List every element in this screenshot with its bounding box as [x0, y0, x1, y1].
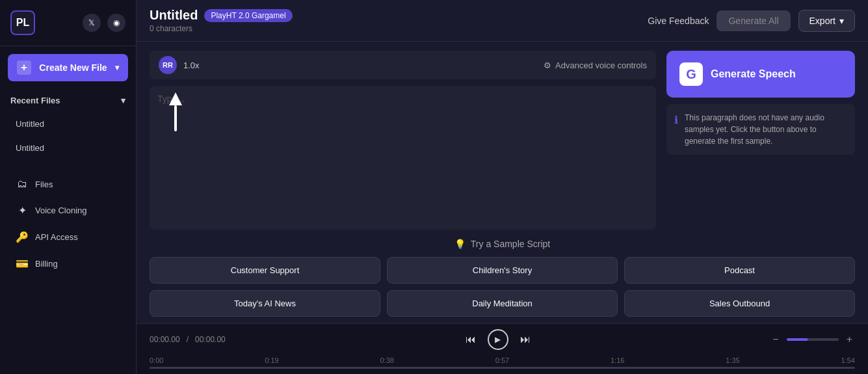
char-count: 0 characters: [150, 24, 293, 33]
social-links: 𝕏 ◉: [83, 14, 125, 32]
topbar-right: Give Feedback Generate All Export ▾: [648, 10, 855, 32]
sidebar-item-files[interactable]: 🗂 Files: [5, 172, 131, 196]
generate-all-button[interactable]: Generate All: [717, 10, 790, 31]
sidebar-file-item-2[interactable]: Untitled: [5, 137, 131, 159]
sample-customer-support[interactable]: Customer Support: [150, 257, 380, 284]
sliders-icon: ⚙: [544, 60, 551, 70]
voice-badge: PlayHT 2.0 Gargamel: [204, 9, 292, 22]
player-time-current: 00:00.00: [150, 335, 180, 344]
editor-right: G Generate Speech ℹ This paragraph does …: [666, 51, 855, 230]
recent-files-header[interactable]: Recent Files ▾: [0, 89, 136, 112]
sample-podcast[interactable]: Podcast: [624, 257, 855, 284]
give-feedback-button[interactable]: Give Feedback: [648, 16, 709, 26]
player-time-sep: /: [187, 335, 189, 344]
main-content: Untitled PlayHT 2.0 Gargamel 0 character…: [137, 0, 868, 374]
create-new-label: Create New File: [39, 62, 107, 73]
discord-icon[interactable]: ◉: [107, 14, 125, 32]
advanced-voice-controls[interactable]: ⚙ Advanced voice controls: [544, 60, 647, 70]
topbar-left: Untitled PlayHT 2.0 Gargamel 0 character…: [150, 8, 293, 33]
api-key-icon: 🔑: [16, 231, 29, 243]
sample-ai-news[interactable]: Today's AI News: [150, 290, 380, 317]
voice-controls-bar: RR 1.0x ⚙ Advanced voice controls: [150, 51, 656, 79]
create-new-button[interactable]: + Create New File ▾: [8, 54, 128, 81]
sidebar-item-api-access[interactable]: 🔑 API Access: [5, 224, 131, 250]
play-button[interactable]: ▶: [488, 329, 508, 350]
page-title: Untitled: [150, 8, 198, 23]
twitter-icon[interactable]: 𝕏: [83, 14, 101, 32]
topbar: Untitled PlayHT 2.0 Gargamel 0 character…: [137, 0, 868, 42]
voice-cloning-icon: ✦: [16, 204, 29, 217]
player-time: 00:00.00 / 00:00.00: [150, 335, 226, 344]
title-row: Untitled PlayHT 2.0 Gargamel: [150, 8, 293, 23]
sample-sales-outbound[interactable]: Sales Outbound: [624, 290, 855, 317]
info-icon: ℹ: [674, 113, 678, 147]
export-button[interactable]: Export ▾: [798, 10, 855, 32]
plus-icon: +: [17, 60, 31, 75]
text-area-wrapper: Type...: [150, 86, 656, 230]
sample-scripts-title: 💡 Try a Sample Script: [150, 239, 855, 249]
files-icon: 🗂: [16, 178, 29, 190]
logo: PL: [10, 10, 35, 35]
player-controls: 00:00.00 / 00:00.00 ⏮ ▶ ⏭ − +: [150, 329, 855, 350]
zoom-out-icon[interactable]: −: [770, 334, 781, 345]
sidebar-nav: 🗂 Files ✦ Voice Cloning 🔑 API Access 💳 B…: [0, 170, 136, 374]
timeline-bar[interactable]: [150, 367, 855, 369]
timeline-labels: 0:00 0:19 0:38 0:57 1:16 1:35 1:54: [150, 354, 855, 367]
sample-childrens-story[interactable]: Children's Story: [387, 257, 618, 284]
script-textarea[interactable]: [150, 86, 656, 230]
player-volume: − +: [770, 334, 855, 345]
lightbulb-icon: 💡: [454, 239, 466, 249]
skip-back-button[interactable]: ⏮: [463, 331, 479, 348]
recent-files-chevron-icon: ▾: [121, 96, 125, 105]
sidebar-header: PL 𝕏 ◉: [0, 0, 136, 46]
sidebar-item-voice-cloning[interactable]: ✦ Voice Cloning: [5, 198, 131, 223]
sample-daily-meditation[interactable]: Daily Meditation: [387, 290, 618, 317]
voice-avatar: RR: [159, 56, 177, 74]
player-center-controls: ⏮ ▶ ⏭: [463, 329, 533, 350]
editor-area: Change voice RR 1.0x ⚙ Advanced voice co…: [137, 42, 868, 239]
chevron-down-icon: ▾: [115, 63, 119, 72]
player-time-total: 00:00.00: [195, 335, 226, 344]
info-box: ℹ This paragraph does not have any audio…: [666, 104, 855, 155]
export-chevron-icon: ▾: [839, 16, 844, 26]
sample-scripts-section: 💡 Try a Sample Script Customer Support C…: [137, 239, 868, 323]
sidebar-item-billing[interactable]: 💳 Billing: [5, 251, 131, 276]
sidebar-file-item-1[interactable]: Untitled: [5, 113, 131, 135]
billing-icon: 💳: [16, 258, 29, 270]
g-letter: G: [686, 67, 696, 82]
sample-scripts-grid: Customer Support Children's Story Podcas…: [150, 257, 855, 317]
generate-speech-button[interactable]: G Generate Speech: [666, 51, 855, 98]
voice-controls-left: RR 1.0x: [159, 56, 200, 74]
editor-left: RR 1.0x ⚙ Advanced voice controls Type..…: [150, 51, 656, 230]
sidebar: PL 𝕏 ◉ + Create New File ▾ Recent Files …: [0, 0, 137, 374]
speed-badge: 1.0x: [183, 60, 200, 70]
recent-files-label: Recent Files: [10, 96, 60, 105]
skip-forward-button[interactable]: ⏭: [518, 331, 533, 348]
bottom-player: 00:00.00 / 00:00.00 ⏮ ▶ ⏭ − + 0:00 0:19 …: [137, 323, 868, 374]
zoom-in-icon[interactable]: +: [844, 334, 855, 345]
grammarly-icon: G: [679, 62, 703, 86]
volume-slider[interactable]: [787, 338, 839, 341]
